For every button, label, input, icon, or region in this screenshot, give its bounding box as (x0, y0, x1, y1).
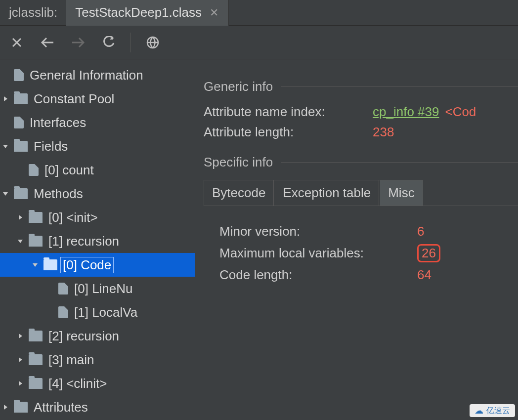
attr-name-extra: <Cod (445, 104, 476, 120)
file-tab-label: TestStackDeep1.class (75, 5, 202, 20)
max-local-vars-label: Maximum local variables: (219, 246, 417, 261)
tree-row[interactable]: Attributes (0, 395, 195, 419)
tree-item-label: [4] <clinit> (45, 376, 107, 391)
attr-length-label: Attribute length: (204, 125, 367, 140)
tree-item-label: [1] recursion (45, 234, 119, 249)
tree-row[interactable]: [0] LineNu (0, 277, 195, 300)
tree-row[interactable]: [1] recursion (0, 229, 195, 253)
forward-button[interactable] (66, 31, 90, 54)
x-icon (11, 37, 23, 48)
tab-exception-table[interactable]: Exception table (275, 180, 379, 206)
file-icon (14, 117, 24, 128)
tree-item-label: Interfaces (27, 115, 86, 130)
generic-info-heading: Generic info (204, 79, 273, 94)
tree-item-label: Methods (31, 186, 83, 202)
code-length-label: Code length: (219, 267, 417, 283)
watermark: ☁ 亿速云 (470, 404, 515, 417)
disclosure-icon[interactable] (15, 354, 26, 365)
tab-bytecode[interactable]: Bytecode (204, 180, 274, 206)
specific-info-heading: Specific info (204, 155, 273, 170)
refresh-button[interactable] (97, 31, 121, 54)
tree-row[interactable]: [0] Code (0, 253, 195, 277)
attr-name-link[interactable]: cp_info #39 (373, 104, 439, 120)
tree-item-label: [0] LineNu (71, 281, 133, 296)
folder-icon (14, 141, 28, 152)
tree-item-label: General Information (27, 68, 143, 83)
disclosure-icon[interactable] (15, 236, 26, 247)
file-icon (58, 306, 68, 318)
rule (281, 162, 518, 163)
max-local-vars-value: 26 (417, 244, 440, 262)
refresh-icon (102, 36, 115, 49)
folder-icon (14, 93, 28, 104)
file-icon (29, 164, 39, 176)
file-icon (14, 69, 24, 81)
folder-icon (29, 212, 43, 223)
folder-icon (14, 402, 28, 413)
attr-length-value: 238 (373, 125, 394, 140)
disclosure-icon[interactable] (0, 402, 11, 413)
tree-item-label: [1] LocalVa (71, 305, 137, 320)
tree-item-label: Fields (31, 139, 68, 154)
misc-tab-body: Minor version: 6 Maximum local variables… (204, 206, 518, 283)
tree-row[interactable]: General Information (0, 63, 195, 87)
tree-item-label: [0] Code (60, 257, 114, 273)
arrow-left-icon (41, 37, 54, 48)
disclosure-icon[interactable] (0, 141, 11, 152)
watermark-text: 亿速云 (486, 406, 510, 416)
app-title: jclasslib: (0, 5, 66, 20)
tree-row[interactable]: Interfaces (0, 111, 195, 134)
folder-icon (29, 354, 43, 365)
folder-icon (29, 236, 43, 247)
attr-name-label: Attribute name index: (204, 104, 367, 120)
disclosure-icon[interactable] (15, 212, 26, 223)
folder-icon (29, 378, 43, 389)
tab-misc[interactable]: Misc (380, 180, 422, 206)
web-button[interactable] (141, 31, 165, 54)
detail-tabs: Bytecode Exception table Misc (204, 180, 423, 206)
globe-icon (146, 36, 159, 49)
back-button[interactable] (36, 31, 59, 54)
tree-item-label: Attributes (31, 400, 88, 415)
folder-icon (14, 188, 28, 199)
arrow-right-icon (71, 37, 85, 48)
tree-item-label: Constant Pool (31, 91, 114, 107)
toolbar-separator (130, 33, 131, 52)
folder-icon (43, 259, 57, 270)
code-length-value: 64 (417, 267, 432, 283)
disclosure-icon[interactable] (30, 259, 41, 270)
tree-row[interactable]: Fields (0, 134, 195, 158)
disclosure-icon[interactable] (15, 331, 26, 341)
folder-icon (29, 331, 43, 341)
tree-row[interactable]: [2] recursion (0, 324, 195, 348)
tree-row[interactable]: Constant Pool (0, 87, 195, 111)
rule (281, 86, 518, 87)
tree-item-label: [0] count (42, 163, 94, 178)
tree-row[interactable]: [3] main (0, 348, 195, 372)
close-button[interactable] (5, 31, 29, 54)
detail-panel: Generic info Attribute name index: cp_in… (195, 59, 518, 420)
tree-row[interactable]: [1] LocalVa (0, 300, 195, 324)
file-tab[interactable]: TestStackDeep1.class ✕ (66, 0, 229, 26)
toolbar (0, 26, 518, 59)
disclosure-icon[interactable] (0, 188, 11, 199)
file-icon (58, 283, 68, 294)
tree-row[interactable]: Methods (0, 182, 195, 206)
minor-version-value: 6 (417, 224, 424, 239)
close-icon[interactable]: ✕ (209, 6, 219, 19)
tree-panel: General InformationConstant PoolInterfac… (0, 59, 195, 420)
titlebar: jclasslib: TestStackDeep1.class ✕ (0, 0, 518, 26)
tree-item-label: [3] main (45, 352, 94, 368)
tree-row[interactable]: [0] <init> (0, 206, 195, 229)
cloud-icon: ☁ (475, 405, 483, 416)
disclosure-icon[interactable] (15, 378, 26, 389)
tree-row[interactable]: [0] count (0, 158, 195, 182)
tree-item-label: [0] <init> (45, 210, 98, 225)
minor-version-label: Minor version: (219, 224, 417, 239)
tree-row[interactable]: [4] <clinit> (0, 372, 195, 395)
disclosure-icon[interactable] (0, 93, 11, 104)
tree-item-label: [2] recursion (45, 329, 119, 344)
